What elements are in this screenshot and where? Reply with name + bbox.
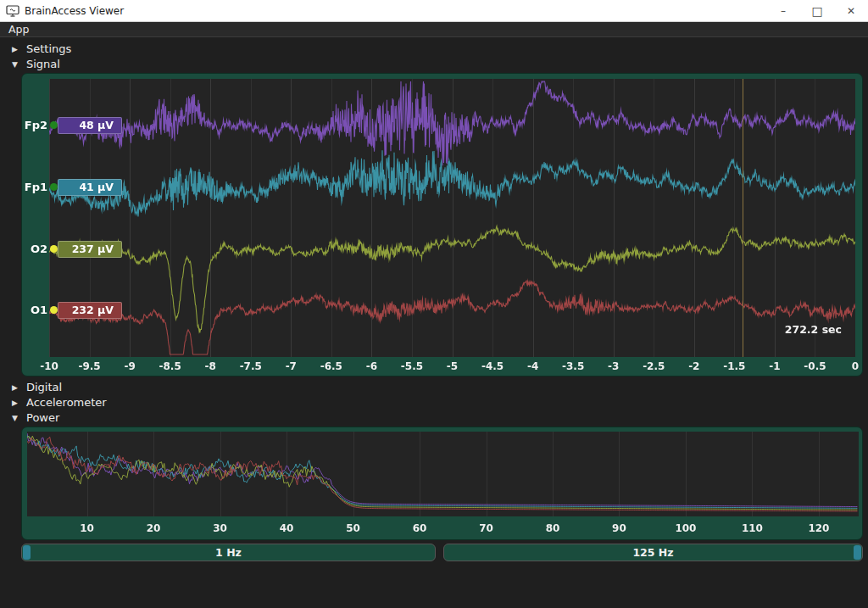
channel-label-o2: O2 [22, 241, 47, 258]
signal-x-tick-label: -5.5 [401, 360, 423, 372]
power-x-tick-label: 20 [147, 522, 161, 534]
power-x-tick-label: 100 [675, 522, 696, 534]
caret-down-icon: ▼ [12, 414, 24, 422]
section-label-digital: Digital [26, 381, 62, 393]
signal-x-tick-label: -4.5 [481, 360, 504, 372]
channel-label-fp1: Fp1 [22, 179, 47, 196]
power-x-tick-label: 30 [213, 522, 227, 534]
signal-panel: Fp2 48 µV Fp1 41 µV O2 237 µV O1 232 µV … [21, 73, 863, 377]
section-header-digital[interactable]: ▶ Digital [0, 380, 62, 394]
signal-x-tick-label: 0 [852, 360, 859, 372]
signal-x-tick-label: -5 [447, 360, 458, 372]
power-panel: 102030405060708090100110120 [21, 427, 863, 540]
section-label-accelerometer: Accelerometer [26, 396, 107, 409]
channel-value-badge-fp1: 41 µV [58, 179, 122, 196]
channel-status-dot-fp2 [50, 121, 58, 129]
power-x-tick-label: 80 [546, 522, 560, 534]
section-header-accelerometer[interactable]: ▶ Accelerometer [0, 395, 107, 410]
window-title: BrainAccess Viewer [25, 5, 124, 17]
channel-value-badge-o2: 237 µV [58, 241, 122, 258]
signal-x-tick-label: -9.5 [78, 360, 100, 372]
power-x-tick-label: 110 [742, 522, 763, 534]
signal-x-tick-label: -1.5 [723, 360, 745, 372]
section-label-power: Power [26, 411, 59, 424]
signal-x-tick-label: -8.5 [159, 360, 181, 372]
power-plot-area [27, 432, 859, 516]
section-header-settings[interactable]: ▶ Settings [0, 42, 71, 56]
power-x-tick-label: 50 [346, 522, 360, 534]
minimize-button[interactable]: – [766, 0, 800, 21]
channel-row-o2: O2 237 µV [22, 241, 192, 258]
low-cutoff-handle[interactable] [23, 545, 31, 560]
signal-x-tick-label: -7 [286, 360, 297, 372]
signal-x-tick-label: -0.5 [804, 360, 826, 372]
channel-row-fp1: Fp1 41 µV [22, 179, 192, 196]
maximize-button[interactable]: □ [800, 0, 834, 21]
signal-x-tick-label: -7.5 [240, 360, 262, 372]
channel-row-fp2: Fp2 48 µV [22, 117, 192, 134]
caret-right-icon: ▶ [12, 399, 24, 407]
high-cutoff-slider[interactable]: 125 Hz [443, 544, 863, 561]
signal-x-tick-label: -8 [205, 360, 216, 372]
caret-right-icon: ▶ [12, 383, 24, 392]
channel-value-badge-fp2: 48 µV [58, 117, 122, 134]
channel-value-badge-o1: 232 µV [58, 302, 122, 319]
caret-right-icon: ▶ [12, 45, 24, 53]
menu-item-app[interactable]: App [0, 22, 37, 36]
signal-x-tick-label: -2.5 [643, 360, 665, 372]
signal-x-tick-label: -9 [124, 360, 135, 372]
power-x-tick-label: 60 [413, 522, 427, 534]
signal-x-tick-label: -1 [769, 360, 780, 372]
signal-x-tick-label: -4 [527, 360, 538, 372]
power-spectrum-plot[interactable] [27, 432, 859, 516]
signal-x-tick-label: -2 [688, 360, 699, 372]
high-cutoff-label: 125 Hz [444, 544, 862, 561]
power-x-tick-label: 10 [80, 522, 94, 534]
signal-x-tick-label: -3.5 [562, 360, 584, 372]
power-x-tick-label: 40 [280, 522, 294, 534]
power-x-tick-label: 90 [612, 522, 626, 534]
power-x-axis: 102030405060708090100110120 [22, 516, 862, 539]
window-titlebar: BrainAccess Viewer – □ ✕ [0, 0, 868, 22]
low-cutoff-slider[interactable]: 1 Hz [21, 544, 436, 561]
elapsed-time-label: 272.2 sec [785, 323, 842, 336]
channel-status-dot-o2 [50, 245, 58, 253]
signal-x-tick-label: -6 [366, 360, 377, 372]
channel-status-dot-fp1 [50, 183, 58, 191]
app-window: BrainAccess Viewer – □ ✕ App ▶ Settings … [0, 0, 868, 608]
signal-x-tick-label: -3 [608, 360, 619, 372]
signal-x-tick-label: -6.5 [320, 360, 342, 372]
power-x-tick-label: 120 [808, 522, 829, 534]
high-cutoff-handle[interactable] [854, 545, 861, 560]
section-label-settings: Settings [26, 42, 71, 55]
section-label-signal: Signal [26, 58, 60, 70]
close-button[interactable]: ✕ [834, 0, 868, 21]
section-header-power[interactable]: ▼ Power [0, 410, 59, 425]
low-cutoff-label: 1 Hz [22, 544, 435, 561]
channel-status-dot-o1 [50, 306, 58, 314]
app-logo-icon [6, 5, 19, 17]
power-x-tick-label: 70 [479, 522, 493, 534]
section-header-signal[interactable]: ▼ Signal [0, 57, 60, 71]
menu-bar: App [0, 22, 868, 37]
channel-row-o1: O1 232 µV [22, 302, 192, 319]
channel-label-o1: O1 [22, 302, 47, 319]
window-controls: – □ ✕ [766, 0, 868, 21]
channel-label-fp2: Fp2 [22, 117, 47, 134]
signal-x-axis: -10-9.5-9-8.5-8-7.5-7-6.5-6-5.5-5-4.5-4-… [22, 355, 862, 376]
signal-x-tick-label: -10 [40, 360, 58, 372]
caret-down-icon: ▼ [12, 60, 24, 69]
